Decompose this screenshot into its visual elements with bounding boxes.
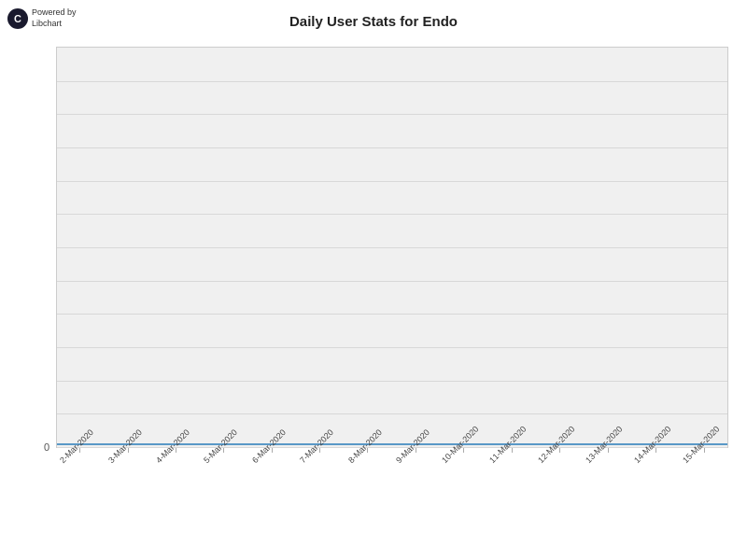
x-label-wrapper: 3-Mar-2020 <box>104 448 151 468</box>
chart-title: Daily User Stats for Endo <box>0 13 747 29</box>
grid-line <box>57 247 727 248</box>
chart-plot-area: 0 <box>56 47 728 448</box>
data-line-container <box>57 442 727 445</box>
grid-line <box>57 214 727 215</box>
x-label-wrapper: 12-Mar-2020 <box>536 448 585 468</box>
grid-line <box>57 147 727 148</box>
grid-line <box>57 114 727 115</box>
x-label-wrapper: 2-Mar-2020 <box>56 448 104 468</box>
x-label-wrapper: 13-Mar-2020 <box>584 448 632 468</box>
grid-line <box>57 381 727 382</box>
x-axis: 2-Mar-2020 3-Mar-2020 4-Mar-2020 5-Mar-2… <box>56 448 728 560</box>
x-label-wrapper: 14-Mar-2020 <box>632 448 681 468</box>
grid-line <box>57 281 727 282</box>
grid-line <box>57 314 727 315</box>
tick-mark <box>463 448 464 453</box>
x-label-wrapper: 7-Mar-2020 <box>296 448 344 468</box>
x-label-wrapper: 8-Mar-2020 <box>344 448 391 468</box>
tick-mark <box>704 448 705 453</box>
x-label-wrapper: 15-Mar-2020 <box>681 448 729 468</box>
x-label-wrapper: 11-Mar-2020 <box>487 448 536 468</box>
tick-mark <box>608 448 609 453</box>
grid-line <box>57 413 727 414</box>
tick-mark <box>655 448 656 453</box>
tick-mark <box>559 448 560 453</box>
grid-line <box>57 81 727 82</box>
tick-mark <box>512 448 513 453</box>
grid-line <box>57 347 727 348</box>
grid-lines <box>57 48 727 447</box>
y-axis-zero-label: 0 <box>44 441 49 453</box>
x-label-wrapper: 5-Mar-2020 <box>200 448 247 468</box>
grid-line <box>57 181 727 182</box>
x-label-wrapper: 4-Mar-2020 <box>152 448 200 468</box>
chart-container: C Powered byLibchart Daily User Stats fo… <box>0 0 747 560</box>
x-label-wrapper: 10-Mar-2020 <box>440 448 488 468</box>
x-label-wrapper: 6-Mar-2020 <box>247 448 295 468</box>
x-label-wrapper: 9-Mar-2020 <box>392 448 440 468</box>
data-line <box>57 443 727 445</box>
x-labels: 2-Mar-2020 3-Mar-2020 4-Mar-2020 5-Mar-2… <box>56 448 728 468</box>
